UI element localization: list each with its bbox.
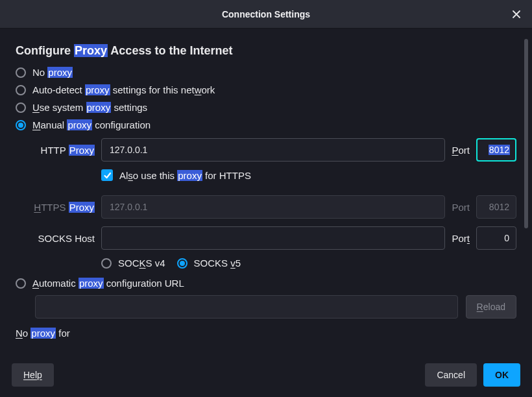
https-proxy-row: HTTPS Proxy Port: [26, 195, 516, 219]
http-proxy-label: HTTP Proxy: [26, 145, 95, 156]
http-port-input[interactable]: 8012: [476, 138, 516, 162]
socks-host-input[interactable]: [101, 226, 445, 250]
socks-port-input[interactable]: [476, 226, 516, 250]
radio-icon: [101, 258, 112, 269]
manual-proxy-section: HTTP Proxy Port 8012 Also use this proxy…: [26, 138, 516, 269]
radio-auto-config-url[interactable]: Automatic proxy configuration URL: [16, 278, 516, 289]
radio-label: Manual proxy configuration: [32, 119, 151, 130]
footer: Help Cancel OK: [0, 361, 532, 397]
help-button[interactable]: Help: [12, 363, 54, 387]
radio-socks-v5[interactable]: SOCKS v5: [177, 258, 241, 269]
socks-host-label: SOCKS Host: [26, 233, 95, 244]
radio-icon: [16, 278, 26, 289]
radio-manual-proxy[interactable]: Manual proxy configuration: [16, 119, 516, 130]
also-https-checkbox[interactable]: Also use this proxy for HTTPS: [101, 169, 516, 181]
radio-icon: [16, 120, 26, 130]
radio-label: SOCKS v5: [194, 258, 241, 269]
close-icon[interactable]: [510, 8, 523, 21]
radio-icon: [16, 102, 26, 113]
radio-label: Auto-detect proxy settings for this netw…: [32, 84, 215, 95]
radio-label: SOCKS v4: [118, 258, 165, 269]
scrollbar[interactable]: [524, 39, 528, 228]
https-port-label: Port: [452, 202, 470, 213]
auto-config-url-row: Reload: [35, 295, 516, 319]
https-port-input: [476, 195, 516, 219]
http-port-label: Port: [452, 145, 470, 156]
radio-icon: [16, 85, 26, 95]
content-area: Configure Proxy Access to the Internet N…: [0, 29, 532, 361]
auto-config-url-input: [35, 295, 458, 319]
https-proxy-input: [101, 195, 445, 219]
radio-socks-v4[interactable]: SOCKS v4: [101, 258, 165, 269]
cancel-button[interactable]: Cancel: [425, 363, 477, 387]
checkbox-icon: [101, 169, 113, 181]
radio-icon: [177, 258, 187, 269]
checkbox-label: Also use this proxy for HTTPS: [119, 170, 251, 181]
dialog-title: Connection Settings: [222, 9, 310, 19]
radio-label: Automatic proxy configuration URL: [32, 278, 184, 289]
titlebar: Connection Settings: [0, 0, 532, 29]
radio-label: No proxy: [32, 67, 73, 78]
http-proxy-input[interactable]: [101, 138, 445, 162]
ok-button[interactable]: OK: [483, 363, 520, 387]
radio-system-proxy[interactable]: Use system proxy settings: [16, 102, 516, 113]
radio-label: Use system proxy settings: [32, 102, 147, 113]
radio-icon: [16, 67, 26, 78]
reload-button: Reload: [466, 295, 516, 319]
socks-host-row: SOCKS Host Port: [26, 226, 516, 250]
page-heading: Configure Proxy Access to the Internet: [16, 44, 516, 58]
socks-port-label: Port: [452, 233, 470, 244]
no-proxy-for-label: No proxy for: [16, 328, 516, 339]
https-proxy-label: HTTPS Proxy: [26, 202, 95, 213]
socks-version-group: SOCKS v4 SOCKS v5: [101, 258, 516, 269]
radio-auto-detect[interactable]: Auto-detect proxy settings for this netw…: [16, 84, 516, 95]
http-proxy-row: HTTP Proxy Port 8012: [26, 138, 516, 162]
radio-no-proxy[interactable]: No proxy: [16, 67, 516, 78]
